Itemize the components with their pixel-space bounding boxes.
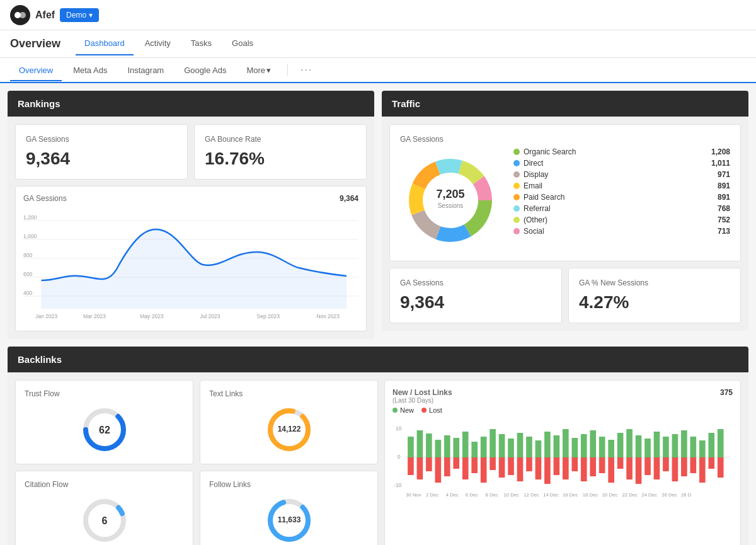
svg-rect-67 <box>617 433 624 457</box>
svg-rect-105 <box>644 457 651 475</box>
chart-header: GA Sessions 9,364 <box>23 194 358 203</box>
ga-sessions-card: GA Sessions 9,364 <box>15 124 188 180</box>
svg-rect-54 <box>499 434 505 457</box>
nav-tab-activity[interactable]: Activity <box>136 32 180 55</box>
chart-max: 9,364 <box>340 194 358 203</box>
demo-button[interactable]: Demo ▾ <box>60 8 99 22</box>
text-links-label: Text Links <box>209 389 243 398</box>
trust-flow-label: Trust Flow <box>25 389 60 398</box>
bar-chart-title: New / Lost Links <box>392 388 452 397</box>
svg-rect-73 <box>672 434 679 457</box>
legend-referral: Referral 768 <box>513 204 730 213</box>
sub-tab-more[interactable]: More ▾ <box>238 60 280 81</box>
chart-label: GA Sessions <box>23 194 67 203</box>
svg-text:14 Dec: 14 Dec <box>543 492 558 498</box>
svg-rect-89 <box>499 457 505 478</box>
divider <box>287 64 288 76</box>
svg-text:Jul 2023: Jul 2023 <box>200 313 220 319</box>
logo-icon <box>10 5 30 25</box>
svg-rect-44 <box>408 437 414 457</box>
svg-rect-103 <box>626 457 633 479</box>
svg-rect-93 <box>536 457 542 479</box>
svg-text:May 2023: May 2023 <box>140 313 164 319</box>
svg-rect-57 <box>526 437 532 457</box>
svg-rect-47 <box>435 440 442 457</box>
text-links-donut: 14,122 <box>264 404 314 455</box>
svg-rect-100 <box>599 457 605 473</box>
trust-flow-chart: 62 <box>79 404 130 455</box>
svg-rect-88 <box>490 457 496 470</box>
ga-bounce-value: 16.76% <box>205 149 356 169</box>
rankings-title: Rankings <box>18 98 60 109</box>
new-lost-links-card: New / Lost Links (Last 30 Days) 375 New … <box>384 380 741 545</box>
sub-tab-meta-ads[interactable]: Meta Ads <box>64 60 116 81</box>
logo-area: Afef Demo ▾ <box>10 5 99 25</box>
rankings-stat-cards: GA Sessions 9,364 GA Bounce Rate 16.76% <box>15 124 367 180</box>
new-label: New <box>400 406 414 414</box>
svg-text:24 Dec: 24 Dec <box>641 492 656 498</box>
citation-flow-chart: 6 <box>79 495 130 545</box>
svg-rect-66 <box>608 440 614 457</box>
traffic-new-label: GA % New Sessions <box>579 278 730 287</box>
text-links-card: Text Links 14,122 <box>200 380 378 464</box>
svg-rect-87 <box>481 457 487 483</box>
svg-rect-64 <box>590 430 596 457</box>
svg-point-1 <box>20 12 26 18</box>
svg-rect-77 <box>708 433 714 457</box>
svg-text:6 Dec: 6 Dec <box>466 492 478 498</box>
svg-rect-75 <box>690 437 697 457</box>
legend-display: Display 971 <box>513 170 730 179</box>
svg-rect-48 <box>444 435 450 457</box>
nav-title: Overview <box>10 37 60 50</box>
svg-rect-72 <box>663 437 669 457</box>
nav-tab-dashboard[interactable]: Dashboard <box>76 32 134 55</box>
svg-text:-10: -10 <box>394 482 402 488</box>
donut-chart: 7,205 Sessions <box>400 150 501 251</box>
svg-rect-102 <box>617 457 624 469</box>
nav-tab-goals[interactable]: Goals <box>223 32 262 55</box>
svg-rect-59 <box>544 432 551 457</box>
svg-text:7,205: 7,205 <box>436 188 464 200</box>
rankings-section: Rankings GA Sessions 9,364 GA Bounce Rat… <box>8 91 374 339</box>
svg-rect-51 <box>471 442 478 457</box>
backlinks-header: Backlinks <box>8 347 748 372</box>
traffic-sessions-value: 9,364 <box>400 292 551 313</box>
svg-text:14,122: 14,122 <box>277 425 301 433</box>
svg-rect-92 <box>526 457 532 471</box>
svg-text:Sessions: Sessions <box>438 202 464 209</box>
svg-text:600: 600 <box>23 271 32 277</box>
sub-tab-google-ads[interactable]: Google Ads <box>175 60 235 81</box>
svg-rect-56 <box>517 433 524 457</box>
dots-button[interactable]: ··· <box>295 62 318 78</box>
chevron-down-icon: ▾ <box>89 11 93 20</box>
rankings-body: GA Sessions 9,364 GA Bounce Rate 16.76% … <box>8 117 374 339</box>
svg-text:Nov 2023: Nov 2023 <box>317 313 340 319</box>
svg-rect-55 <box>508 439 514 457</box>
sub-tab-instagram[interactable]: Instagram <box>118 60 173 81</box>
svg-rect-94 <box>544 457 551 484</box>
legend-organic: Organic Search 1,208 <box>513 147 730 156</box>
new-dot <box>392 408 398 413</box>
svg-rect-78 <box>718 429 724 457</box>
traffic-new-sessions-card: GA % New Sessions 4.27% <box>568 268 741 323</box>
svg-rect-60 <box>554 435 560 457</box>
legend-lost: Lost <box>421 406 442 414</box>
svg-rect-62 <box>571 438 578 457</box>
svg-rect-106 <box>654 457 660 479</box>
bar-legend: New Lost <box>392 406 733 414</box>
svg-rect-110 <box>690 457 697 473</box>
svg-rect-79 <box>408 457 414 475</box>
legend-new: New <box>392 406 414 414</box>
svg-rect-49 <box>453 438 459 457</box>
svg-text:26 Dec: 26 Dec <box>662 492 677 498</box>
sub-tab-overview[interactable]: Overview <box>10 60 62 81</box>
svg-text:6: 6 <box>101 515 107 526</box>
lost-label: Lost <box>429 406 442 414</box>
nav-tab-tasks[interactable]: Tasks <box>182 32 220 55</box>
svg-rect-86 <box>471 457 478 473</box>
bar-chart-svg: 10 0 -10 <box>392 418 733 500</box>
svg-rect-97 <box>571 457 578 471</box>
backlinks-body: Trust Flow 62 Citation Flow <box>8 372 748 545</box>
traffic-body: GA Sessions <box>382 117 748 331</box>
main-nav: Overview Dashboard Activity Tasks Goals <box>0 30 756 58</box>
